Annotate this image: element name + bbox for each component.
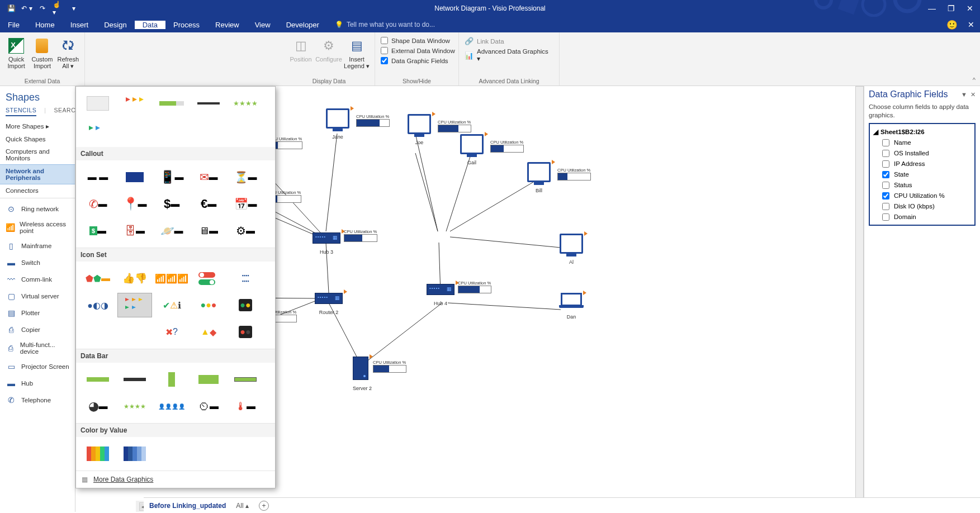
dg-text[interactable] xyxy=(191,91,226,116)
stencil-category[interactable]: More Shapes ▸ xyxy=(0,120,75,133)
close-subwindow-icon[interactable]: ✕ xyxy=(968,20,974,29)
stencil-category[interactable]: Connectors xyxy=(0,184,75,197)
menu-data[interactable]: Data xyxy=(135,21,165,29)
shape-item[interactable]: ▭Projector Screen xyxy=(0,358,75,375)
callout-gear[interactable]: ⚙▬ xyxy=(228,218,263,243)
databar-3[interactable] xyxy=(154,367,189,392)
undo-icon[interactable]: ↶ ▾ xyxy=(21,3,32,14)
field-checkbox[interactable]: State xyxy=(872,169,972,180)
field-checkbox[interactable]: Name xyxy=(872,137,972,148)
callout-dollar[interactable]: $▬ xyxy=(154,192,189,216)
databar-2[interactable] xyxy=(117,367,152,392)
iconset-status[interactable]: ✔⚠ℹ xyxy=(154,293,189,317)
callout-text[interactable]: ▬ ▬ xyxy=(81,165,115,189)
node-dan[interactable]: Dan xyxy=(561,293,582,320)
dg-flags2[interactable] xyxy=(81,118,115,142)
callout-calendar[interactable]: 📅▬ xyxy=(228,192,263,216)
menu-view[interactable]: View xyxy=(247,21,278,29)
save-icon[interactable]: 💾 xyxy=(6,3,17,14)
cbv-rainbow[interactable] xyxy=(81,441,115,466)
field-checkbox[interactable]: Domain xyxy=(872,212,972,222)
refresh-all-button[interactable]: 🗘Refresh All ▾ xyxy=(55,35,81,70)
menu-home[interactable]: Home xyxy=(27,21,63,29)
restore-button[interactable]: ❐ xyxy=(944,3,958,14)
panel-dropdown-icon[interactable]: ▼ xyxy=(961,91,967,98)
callout-box[interactable] xyxy=(117,165,152,189)
dg-progress[interactable] xyxy=(154,91,189,116)
redo-icon[interactable]: ↷ xyxy=(37,3,48,14)
shape-item[interactable]: ⎙Copier xyxy=(0,321,75,338)
databar-people[interactable]: 👤👤👤👤 xyxy=(154,394,189,419)
qat-customize-icon[interactable]: ▾ xyxy=(68,3,79,14)
callout-euro[interactable]: €▬ xyxy=(191,192,226,216)
iconset-thumbs[interactable]: 👍👎 xyxy=(117,266,152,291)
sheet-tab[interactable]: Before Linking_updated xyxy=(149,502,226,510)
vertical-scrollbar[interactable] xyxy=(855,86,864,501)
stencils-tab[interactable]: STENCILS xyxy=(6,107,36,116)
shape-item[interactable]: ⊙Ring network xyxy=(0,201,75,217)
stencil-category[interactable]: Quick Shapes xyxy=(0,133,75,145)
shape-item[interactable]: ▬Switch xyxy=(0,254,75,271)
cbv-blues[interactable] xyxy=(117,441,152,466)
shape-item[interactable]: ▯Mainframe xyxy=(0,238,75,254)
custom-import-button[interactable]: Custom Import xyxy=(29,35,55,70)
databar-thermo[interactable]: 🌡▬ xyxy=(228,394,263,419)
menu-file[interactable]: File xyxy=(0,21,27,29)
callout-phone2[interactable]: ✆▬ xyxy=(81,192,115,216)
dg-none[interactable] xyxy=(81,91,115,116)
node-jane[interactable]: Jane xyxy=(326,108,349,140)
databar-stars[interactable]: ★★★★ xyxy=(117,394,152,419)
shape-item[interactable]: ✆Telephone xyxy=(0,392,75,408)
node-server2[interactable]: Server 2 xyxy=(353,357,372,391)
databar-5[interactable] xyxy=(228,367,263,392)
dg-stars[interactable]: ★★★★ xyxy=(228,91,263,116)
shape-item[interactable]: 📶Wireless access point xyxy=(0,217,75,238)
iconset-traffic2[interactable]: ●● xyxy=(228,320,263,344)
data-graphic-fields-checkbox[interactable]: Data Graphic Fields xyxy=(378,56,455,65)
node-bill[interactable]: Bill xyxy=(527,162,551,193)
menu-insert[interactable]: Insert xyxy=(63,21,97,29)
iconset-grid[interactable]: ▪▪▪▪▪▪▪▪ xyxy=(228,266,263,291)
databar-gauge[interactable]: ⏲▬ xyxy=(191,394,226,419)
all-tab[interactable]: All ▴ xyxy=(236,502,249,510)
add-sheet-button[interactable]: + xyxy=(259,501,269,511)
dg-flags[interactable] xyxy=(117,91,152,116)
tell-me-search[interactable]: 💡 Tell me what you want to do... xyxy=(335,21,435,28)
node-al[interactable]: Al xyxy=(560,234,583,265)
iconset-flags-selected[interactable] xyxy=(117,293,152,317)
node-hub4[interactable]: Hub 4 xyxy=(427,284,455,306)
menu-review[interactable]: Review xyxy=(207,21,247,29)
touch-mode-icon[interactable]: ☝ ▾ xyxy=(53,3,64,14)
field-checkbox[interactable]: IP Address xyxy=(872,159,972,169)
menu-process[interactable]: Process xyxy=(165,21,207,29)
callout-server[interactable]: 🖥▬ xyxy=(191,218,226,243)
databar-4[interactable] xyxy=(191,367,226,392)
advanced-data-graphics-button[interactable]: 📊Advanced Data Graphics ▾ xyxy=(462,47,556,64)
feedback-icon[interactable]: 🙂 xyxy=(946,20,958,30)
field-checkbox[interactable]: OS Installed xyxy=(872,148,972,159)
panel-close-icon[interactable]: ✕ xyxy=(970,91,976,98)
minimize-button[interactable]: — xyxy=(925,3,939,14)
iconset-traffic1[interactable]: ●● xyxy=(228,293,263,317)
close-button[interactable]: ✕ xyxy=(963,3,977,14)
external-data-window-checkbox[interactable]: External Data Window xyxy=(378,46,455,55)
databar-pie[interactable]: ◕▬ xyxy=(81,394,115,419)
insert-legend-button[interactable]: ▤Insert Legend ▾ xyxy=(343,35,371,70)
stencil-category[interactable]: Network and Peripherals xyxy=(0,164,75,184)
node-gail[interactable]: Gail xyxy=(460,134,484,165)
callout-db[interactable]: 🗄▬ xyxy=(117,218,152,243)
shape-item[interactable]: ▢Virtual server xyxy=(0,288,75,305)
node-hub3[interactable]: Hub 3 xyxy=(313,232,340,255)
field-tree-header[interactable]: ◢Sheet1$B2:I26 xyxy=(872,126,972,137)
field-checkbox[interactable]: CPU Utilization % xyxy=(872,191,972,201)
menu-developer[interactable]: Developer xyxy=(278,21,327,29)
iconset-shields[interactable]: ⬟⬟▬ xyxy=(81,266,115,291)
node-router2[interactable]: Router 2 xyxy=(315,293,343,315)
callout-pin[interactable]: 📍▬ xyxy=(117,192,152,216)
shape-item[interactable]: ▤Plotter xyxy=(0,305,75,321)
node-joe[interactable]: Joe xyxy=(408,114,431,145)
callout-planet[interactable]: 🪐▬ xyxy=(154,218,189,243)
callout-phone[interactable]: 📱▬ xyxy=(154,165,189,189)
shape-item[interactable]: ▬Hub xyxy=(0,375,75,392)
more-data-graphics[interactable]: ▦More Data Graphics xyxy=(76,471,275,488)
